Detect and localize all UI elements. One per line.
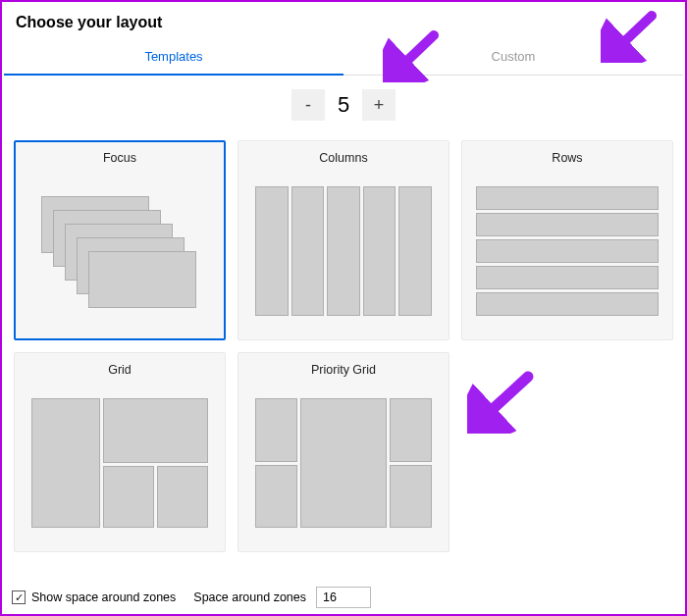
template-card-priority-grid[interactable]: Priority Grid: [238, 352, 449, 552]
card-title: Grid: [108, 363, 132, 377]
card-title: Focus: [103, 151, 136, 165]
priority-grid-preview: [248, 386, 439, 539]
focus-preview: [25, 175, 215, 328]
space-around-input[interactable]: 16: [316, 587, 371, 608]
columns-preview: [248, 175, 439, 328]
space-around-wrap: Space around zones 16: [193, 587, 371, 608]
increase-button[interactable]: +: [362, 89, 396, 121]
template-card-focus[interactable]: Focus: [14, 140, 226, 340]
template-card-grid[interactable]: Grid: [14, 352, 226, 552]
show-space-label: Show space around zones: [31, 590, 176, 604]
footer-bar: ✓ Show space around zones Space around z…: [12, 587, 675, 608]
tab-templates[interactable]: Templates: [4, 41, 344, 76]
template-card-rows[interactable]: Rows: [461, 140, 673, 340]
tab-bar: Templates Custom: [4, 41, 683, 76]
layout-chooser-window: Choose your layout Templates Custom - 5 …: [0, 0, 687, 616]
zone-count-value: 5: [331, 92, 356, 118]
template-grid: Focus Columns Rows G: [2, 128, 685, 560]
tab-custom[interactable]: Custom: [344, 41, 683, 76]
zone-count-stepper: - 5 +: [2, 76, 685, 128]
grid-preview: [25, 386, 215, 539]
decrease-button[interactable]: -: [291, 89, 325, 121]
template-card-columns[interactable]: Columns: [238, 140, 449, 340]
checkbox-icon[interactable]: ✓: [12, 590, 26, 604]
card-title: Columns: [319, 151, 367, 165]
page-title: Choose your layout: [2, 2, 685, 41]
card-title: Priority Grid: [311, 363, 376, 377]
rows-preview: [472, 175, 662, 328]
show-space-checkbox-wrap[interactable]: ✓ Show space around zones: [12, 590, 176, 604]
card-title: Rows: [552, 151, 582, 165]
space-around-label: Space around zones: [193, 590, 306, 604]
